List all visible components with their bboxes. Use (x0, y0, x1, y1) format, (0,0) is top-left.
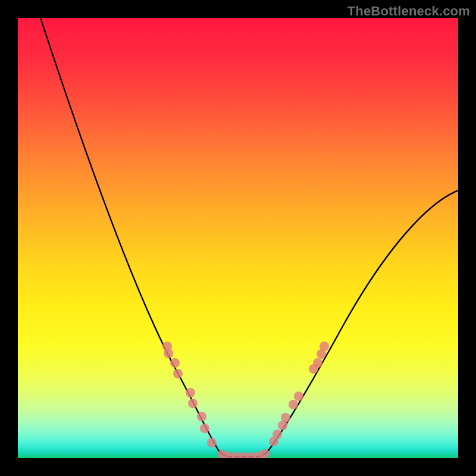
data-marker (289, 400, 298, 409)
data-marker (197, 412, 206, 421)
data-marker (281, 413, 290, 422)
bottleneck-curve (40, 18, 458, 457)
data-marker (200, 424, 209, 433)
data-marker (273, 430, 282, 439)
data-marker (313, 358, 322, 368)
chart-svg (18, 18, 458, 458)
data-marker (294, 392, 303, 401)
data-marker (173, 369, 183, 378)
watermark-text: TheBottleneck.com (347, 4, 470, 19)
marker-group (162, 342, 329, 458)
data-marker (170, 358, 180, 368)
plot-area (18, 18, 458, 458)
chart-frame: TheBottleneck.com (0, 0, 476, 476)
data-marker (188, 399, 198, 408)
data-marker (207, 438, 217, 447)
data-marker (320, 342, 329, 351)
data-marker (164, 349, 173, 358)
data-marker (186, 388, 195, 397)
